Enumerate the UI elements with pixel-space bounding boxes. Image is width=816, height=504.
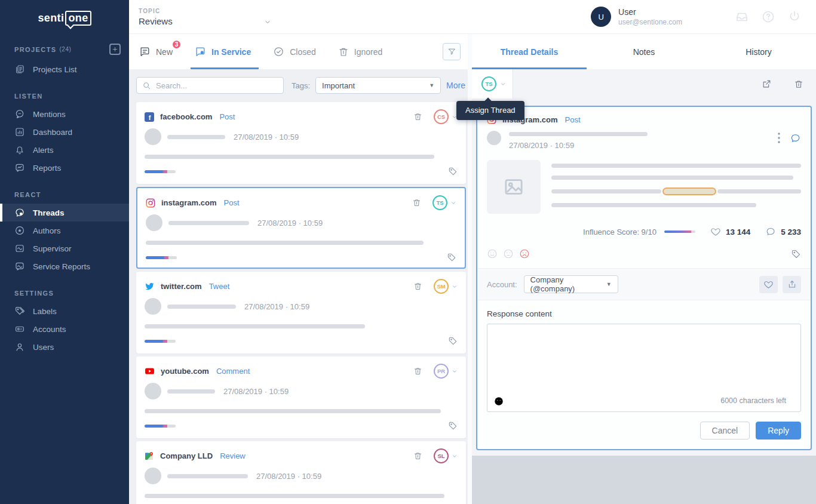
tab-history[interactable]: History — [701, 34, 816, 69]
sidebar-item-projects-list[interactable]: Projects List — [0, 60, 129, 78]
filter-button[interactable] — [443, 43, 461, 60]
thread-card[interactable]: Company LLD Review SL 27/08/2019 · 10:59 — [136, 441, 466, 504]
assign-thread-button[interactable]: TS — [472, 69, 513, 99]
chevron-down-icon[interactable] — [452, 368, 458, 374]
trash-icon[interactable] — [413, 112, 422, 121]
trash-icon[interactable] — [413, 451, 422, 460]
tab-closed[interactable]: Closed — [271, 34, 318, 69]
cancel-button[interactable]: Cancel — [700, 422, 750, 440]
trash-icon[interactable] — [794, 79, 803, 89]
sidebar-item-label: Alerts — [33, 146, 54, 155]
response-content-label: Response content — [477, 300, 811, 318]
thread-card[interactable]: twitter.com Tweet SM 27/08/2019 · 10:59 — [136, 272, 466, 354]
power-icon[interactable] — [787, 10, 802, 24]
user-menu[interactable]: U User user@sentione.com — [591, 7, 682, 27]
thread-card-selected[interactable]: instagram.com Post TS 27/08/2019 · 10:59 — [136, 187, 466, 269]
negative-sentiment-icon[interactable] — [519, 248, 530, 259]
chevron-down-icon[interactable] — [452, 284, 458, 290]
supervisor-icon — [14, 243, 25, 254]
sentiment-bar — [145, 340, 176, 343]
sidebar-item-users[interactable]: Users — [0, 338, 129, 356]
search-input[interactable] — [156, 81, 278, 90]
assignee-avatar[interactable]: SM — [434, 279, 449, 294]
emoji-picker-icon[interactable] — [493, 396, 504, 407]
trash-icon[interactable] — [413, 282, 422, 291]
thread-type-link[interactable]: Post — [565, 115, 580, 124]
tab-in-service[interactable]: In Service — [193, 34, 253, 69]
image-placeholder — [487, 160, 541, 214]
thread-datetime: 27/08/2019 · 10:59 — [256, 472, 321, 481]
thread-detail-panel: Thread Details Notes History Assign Thre… — [472, 34, 816, 504]
authors-icon — [14, 225, 25, 236]
sidebar-item-mentions[interactable]: Mentions — [0, 105, 129, 123]
share-button[interactable] — [783, 276, 801, 293]
neutral-sentiment-icon[interactable] — [503, 248, 514, 259]
comment-bubble-icon[interactable] — [790, 133, 801, 144]
users-icon — [14, 342, 25, 352]
reply-button[interactable]: Reply — [756, 422, 801, 440]
mentions-icon — [14, 109, 25, 119]
thread-card[interactable]: f facebook.com Post CS 27/08/2019 · 10:5… — [136, 102, 466, 184]
sentione-logo: sentione — [0, 11, 129, 26]
tag-icon[interactable] — [447, 253, 456, 262]
sidebar-item-alerts[interactable]: Alerts — [0, 141, 129, 159]
assignee-avatar[interactable]: SL — [434, 448, 449, 463]
tag-icon[interactable] — [448, 167, 458, 176]
sidebar-item-accounts[interactable]: Accounts — [0, 320, 129, 338]
sidebar-item-threads[interactable]: Threads — [0, 204, 129, 222]
search-icon — [142, 81, 151, 90]
influence-score-label: Influence Score: 9/10 — [583, 228, 657, 236]
thread-type-link[interactable]: Comment — [216, 367, 250, 376]
open-external-icon[interactable] — [762, 79, 772, 89]
sidebar-item-reports[interactable]: Reports — [0, 159, 129, 177]
help-icon[interactable] — [761, 10, 775, 24]
sidebar-item-supervisor[interactable]: Supervisor — [0, 239, 129, 257]
positive-sentiment-icon[interactable] — [487, 248, 498, 259]
trash-icon[interactable] — [413, 367, 422, 376]
thread-type-link[interactable]: Post — [223, 198, 239, 207]
resize-handle[interactable] — [793, 404, 799, 410]
tag-icon[interactable] — [448, 421, 458, 431]
sidebar-item-service-reports[interactable]: Service Reports — [0, 257, 129, 275]
svg-text:f: f — [149, 113, 151, 121]
sidebar-item-label: Accounts — [33, 325, 66, 334]
more-options-icon[interactable] — [778, 133, 780, 143]
tab-thread-details[interactable]: Thread Details — [472, 34, 587, 69]
tags-dropdown[interactable]: Important ▼ — [315, 77, 441, 94]
thread-datetime: 27/08/2019 · 10:59 — [223, 387, 289, 396]
thread-type-link[interactable]: Tweet — [209, 282, 230, 291]
tag-icon[interactable] — [448, 336, 458, 346]
account-dropdown[interactable]: Company (@company) ▼ — [524, 275, 618, 293]
thread-type-link[interactable]: Post — [219, 112, 235, 121]
sidebar-item-dashboard[interactable]: Dashboard — [0, 123, 129, 141]
thread-datetime: 27/08/2019 · 10:59 — [244, 302, 309, 311]
thread-card[interactable]: youtube.com Comment PR 27/08/2019 · 10:5… — [136, 357, 466, 438]
sidebar: sentione PROJECTS (24) Projects List LIS… — [0, 0, 129, 504]
search-row: Tags: Important ▼ More — [136, 77, 466, 94]
inbox-icon[interactable] — [735, 10, 749, 24]
sidebar-item-labels[interactable]: Labels — [0, 302, 129, 320]
response-textarea-wrap: 6000 characters left — [487, 324, 801, 412]
topic-selector[interactable]: TOPIC Reviews — [139, 8, 271, 26]
tab-new[interactable]: New 3 — [137, 34, 174, 69]
assignee-avatar[interactable]: TS — [432, 195, 447, 210]
sentiment-selector — [487, 248, 801, 259]
account-value: Company (@company) — [530, 275, 606, 293]
add-project-button[interactable] — [109, 44, 121, 55]
trash-icon[interactable] — [412, 198, 421, 207]
tab-ignored[interactable]: Ignored — [336, 34, 384, 69]
assignee-avatar[interactable]: CS — [434, 109, 449, 124]
tag-icon[interactable] — [791, 249, 801, 259]
sentiment-bar — [145, 170, 176, 173]
thread-type-link[interactable]: Review — [220, 451, 246, 460]
like-button[interactable] — [759, 276, 778, 293]
tab-notes[interactable]: Notes — [587, 34, 701, 69]
dashboard-icon — [14, 127, 25, 137]
sidebar-item-authors[interactable]: Authors — [0, 222, 129, 239]
section-label: SETTINGS — [14, 290, 54, 297]
assignee-avatar[interactable]: PR — [434, 364, 449, 379]
chevron-down-icon[interactable] — [452, 453, 458, 459]
more-link[interactable]: More — [446, 81, 465, 90]
chevron-down-icon[interactable] — [450, 200, 456, 206]
topic-label: TOPIC — [139, 8, 271, 14]
